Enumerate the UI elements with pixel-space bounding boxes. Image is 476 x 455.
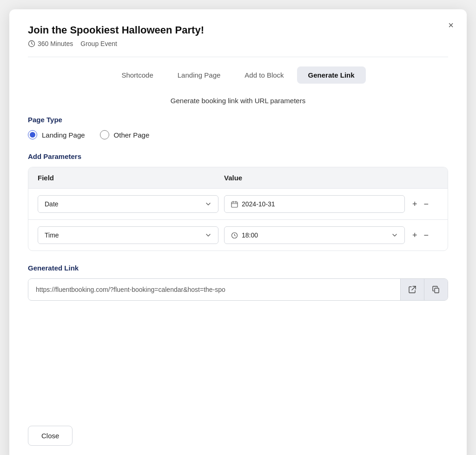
field-label-time: Time [45, 231, 59, 239]
modal-footer: Close [28, 416, 448, 446]
copy-icon [432, 285, 440, 294]
remove-row-button[interactable]: − [422, 198, 431, 210]
header-field: Field [38, 174, 224, 182]
copy-link-button[interactable] [424, 279, 448, 300]
field-select-date[interactable]: Date [38, 195, 218, 213]
link-actions [400, 279, 448, 300]
generated-link-input[interactable] [28, 279, 400, 300]
time-value: 18:00 [242, 231, 258, 239]
add-row-button[interactable]: + [410, 198, 419, 210]
duration-text: 360 Minutes [38, 40, 73, 47]
close-icon: × [448, 20, 454, 30]
chevron-down-icon [205, 232, 212, 238]
generated-link-box [28, 278, 448, 301]
value-time-input[interactable]: 18:00 [224, 226, 405, 244]
header-divider [28, 57, 448, 57]
event-type-text: Group Event [80, 40, 117, 47]
time-icon [231, 232, 238, 239]
radio-landing-page[interactable]: Landing Page [28, 130, 85, 139]
external-link-icon [408, 285, 416, 294]
remove-row-button[interactable]: − [422, 230, 431, 241]
chevron-down-icon [391, 232, 398, 238]
svg-rect-1 [231, 202, 238, 207]
radio-landing-page-label: Landing Page [42, 131, 85, 139]
modal-container: × Join the Spookiest Halloween Party! 36… [9, 9, 467, 455]
modal-meta: 360 Minutes Group Event [28, 40, 448, 47]
field-label-date: Date [45, 200, 59, 208]
svg-rect-3 [435, 288, 439, 293]
chevron-down-icon [205, 201, 212, 207]
tab-landing-page[interactable]: Landing Page [166, 66, 232, 84]
page-type-label: Page Type [28, 116, 448, 124]
duration-meta: 360 Minutes [28, 40, 73, 47]
open-link-button[interactable] [401, 279, 424, 300]
add-row-button[interactable]: + [410, 230, 419, 241]
parameters-table: Field Value Date 2024-10-31 + [28, 167, 448, 251]
row-actions-date: + − [410, 198, 438, 210]
modal-title: Join the Spookiest Halloween Party! [28, 24, 448, 36]
table-header: Field Value [28, 167, 448, 189]
radio-other-page[interactable]: Other Page [100, 130, 150, 139]
clock-icon [28, 40, 35, 47]
radio-landing-page-input[interactable] [28, 130, 37, 139]
close-icon-button[interactable]: × [446, 19, 456, 32]
tab-shortcode[interactable]: Shortcode [110, 66, 164, 84]
value-date-input[interactable]: 2024-10-31 [224, 195, 405, 213]
tab-add-to-block[interactable]: Add to Block [233, 66, 295, 84]
tabs-container: Shortcode Landing Page Add to Block Gene… [28, 66, 448, 84]
tab-generate-link[interactable]: Generate Link [297, 66, 366, 84]
header-actions [410, 174, 438, 182]
radio-other-page-label: Other Page [114, 131, 150, 139]
header-value: Value [224, 174, 410, 182]
table-row: Date 2024-10-31 + − [28, 189, 448, 220]
generated-link-section: Generated Link [28, 264, 448, 301]
page-type-group: Landing Page Other Page [28, 130, 448, 139]
add-parameters-label: Add Parameters [28, 152, 448, 160]
calendar-icon [231, 201, 238, 208]
tab-description: Generate booking link with URL parameter… [28, 97, 448, 105]
row-actions-time: + − [410, 230, 438, 241]
close-footer-button[interactable]: Close [28, 426, 73, 446]
radio-other-page-input[interactable] [100, 130, 109, 139]
generated-link-label: Generated Link [28, 264, 448, 272]
date-value: 2024-10-31 [242, 200, 275, 208]
field-select-time[interactable]: Time [38, 226, 218, 244]
table-row: Time 18:00 + − [28, 220, 448, 251]
